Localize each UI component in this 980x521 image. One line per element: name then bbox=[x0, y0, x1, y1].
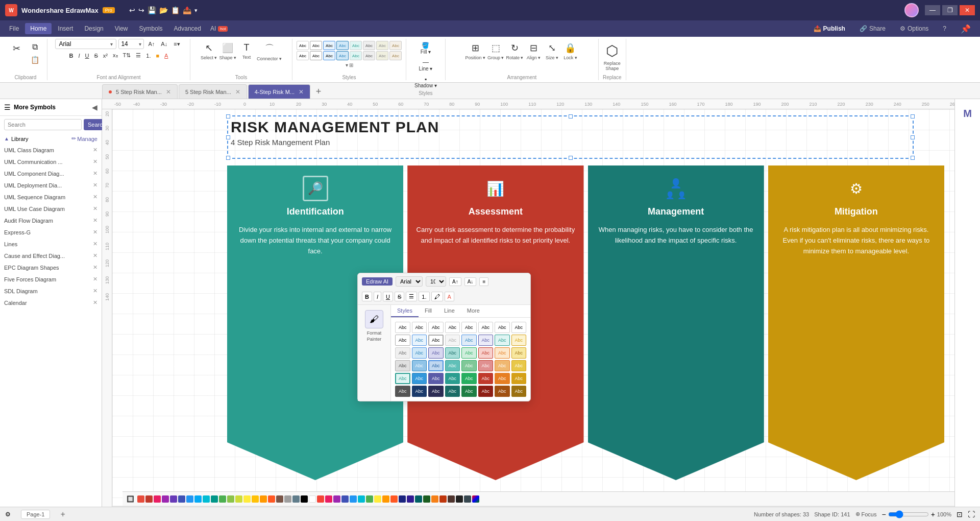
sp-size-select[interactable]: 10 bbox=[426, 276, 446, 287]
copy-button[interactable]: ⧉ bbox=[27, 41, 43, 53]
tab-3[interactable]: 4-Step Risk M... ✕ bbox=[248, 84, 310, 99]
sidebar-item-uml-comp[interactable]: UML Component Diag... ✕ bbox=[0, 168, 102, 179]
help-button[interactable]: ? bbox=[938, 23, 951, 34]
text-button[interactable]: T bbox=[238, 41, 255, 55]
sp-tab-fill[interactable]: Fill bbox=[419, 305, 438, 317]
sg-4-2[interactable]: Abc bbox=[412, 360, 427, 371]
sg-6-6[interactable]: Abc bbox=[478, 386, 494, 397]
sg-4-3[interactable]: Abc bbox=[428, 360, 444, 371]
style-cell-13[interactable]: Abc bbox=[350, 51, 362, 60]
sg-1-8[interactable]: Abc bbox=[511, 322, 527, 333]
tab-1-close[interactable]: ✕ bbox=[166, 88, 171, 96]
replace-shape-button[interactable]: ⬡ bbox=[603, 41, 621, 61]
sg-5-3[interactable]: Abc bbox=[428, 373, 444, 384]
italic-button[interactable]: I bbox=[77, 52, 82, 60]
shape-button[interactable]: ⬜ bbox=[219, 41, 236, 55]
line-button[interactable]: —Line ▾ bbox=[410, 58, 441, 73]
sg-4-6[interactable]: Abc bbox=[478, 360, 494, 371]
color-dark1[interactable] bbox=[399, 495, 406, 503]
style-cell-15[interactable]: Abc bbox=[376, 51, 388, 60]
sidebar-item-uml-seq[interactable]: UML Sequence Diagram ✕ bbox=[0, 191, 102, 203]
style-cell-2[interactable]: Abc bbox=[310, 41, 322, 50]
close-uml-class[interactable]: ✕ bbox=[93, 147, 97, 153]
sp-tab-more[interactable]: More bbox=[461, 305, 486, 317]
close-uml-seq[interactable]: ✕ bbox=[93, 194, 97, 200]
sg-3-7[interactable]: Abc bbox=[495, 347, 510, 359]
decrease-font-button[interactable]: A↓ bbox=[159, 40, 169, 48]
color-pink[interactable] bbox=[154, 495, 161, 503]
more-button[interactable]: ▾ bbox=[194, 6, 198, 14]
undo-button[interactable]: ↩ bbox=[129, 6, 135, 14]
sp-list-btn[interactable]: 1. bbox=[419, 292, 429, 301]
sidebar-item-calendar[interactable]: Calendar ✕ bbox=[0, 297, 102, 309]
color-amber[interactable] bbox=[252, 495, 259, 503]
color-orange2[interactable] bbox=[382, 495, 389, 503]
color-purple2[interactable] bbox=[333, 495, 340, 503]
sg-3-3[interactable]: Abc bbox=[428, 347, 444, 359]
style-cell-9[interactable]: Abc bbox=[297, 51, 309, 60]
color-dorange2[interactable] bbox=[390, 495, 398, 503]
sg-1-6[interactable]: Abc bbox=[478, 322, 494, 333]
publish-button[interactable]: 📤 Publish bbox=[808, 23, 850, 34]
color-green[interactable] bbox=[219, 495, 226, 503]
close-sdl[interactable]: ✕ bbox=[93, 288, 97, 294]
sg-4-1[interactable]: Abc bbox=[395, 360, 410, 371]
color-red1[interactable] bbox=[137, 495, 144, 503]
close-uml-usecase[interactable]: ✕ bbox=[93, 205, 97, 212]
sg-4-8[interactable]: Abc bbox=[511, 360, 527, 371]
paste-button[interactable]: 📋 bbox=[27, 54, 43, 65]
fill-tool-icon[interactable]: 🔲 bbox=[127, 495, 134, 503]
style-cell-14[interactable]: Abc bbox=[363, 51, 375, 60]
close-five-forces[interactable]: ✕ bbox=[93, 276, 97, 282]
sidebar-collapse-button[interactable]: ◀ bbox=[92, 103, 97, 111]
format-painter-button[interactable]: 🖌 bbox=[365, 310, 383, 328]
sidebar-item-uml-comm[interactable]: UML Communication ... ✕ bbox=[0, 156, 102, 168]
menu-insert[interactable]: Insert bbox=[53, 23, 78, 34]
sg-1-3[interactable]: Abc bbox=[428, 322, 444, 333]
text-direction-button[interactable]: T⇅ bbox=[121, 51, 133, 60]
color-more[interactable] bbox=[472, 495, 479, 503]
style-cell-6[interactable]: Abc bbox=[363, 41, 375, 50]
position-button[interactable]: ⊞ bbox=[467, 41, 483, 55]
sidebar-item-sdl[interactable]: SDL Diagram ✕ bbox=[0, 285, 102, 297]
mitigation-card[interactable]: ⚙ Mitigation A risk mitigation plan is a… bbox=[768, 165, 944, 480]
sg-1-2[interactable]: Abc bbox=[412, 322, 427, 333]
color-blue[interactable] bbox=[186, 495, 193, 503]
styles-dropdown-button[interactable]: ▾ bbox=[346, 62, 348, 68]
sp-tab-line[interactable]: Line bbox=[438, 305, 461, 317]
bold-button[interactable]: B bbox=[67, 52, 76, 60]
shadow-button[interactable]: ▪Shadow ▾ bbox=[410, 75, 441, 89]
sp-increase-btn[interactable]: A↑ bbox=[449, 277, 461, 286]
style-cell-4[interactable]: Abc bbox=[336, 41, 349, 50]
menu-home[interactable]: Home bbox=[25, 23, 52, 34]
pin-button[interactable]: 📌 bbox=[955, 22, 976, 36]
sg-2-3[interactable]: Abc bbox=[428, 335, 444, 346]
options-button[interactable]: ⚙ Options bbox=[895, 23, 934, 34]
cut-button[interactable]: ✂ bbox=[8, 41, 24, 56]
sg-6-5[interactable]: Abc bbox=[461, 386, 477, 397]
font-color-button[interactable]: A bbox=[162, 52, 170, 60]
fill-button[interactable]: 🪣Fill ▾ bbox=[410, 41, 441, 56]
share-button[interactable]: 🔗 Share bbox=[854, 23, 891, 34]
sg-6-8[interactable]: Abc bbox=[511, 386, 527, 397]
style-cell-12[interactable]: Abc bbox=[336, 51, 349, 60]
style-cell-1[interactable]: Abc bbox=[297, 41, 309, 50]
sg-5-2[interactable]: Abc bbox=[412, 373, 427, 384]
underline-button[interactable]: U bbox=[83, 52, 91, 60]
color-orange[interactable] bbox=[260, 495, 267, 503]
color-yellow[interactable] bbox=[243, 495, 251, 503]
sp-underline-btn[interactable]: U bbox=[383, 292, 393, 301]
color-gray[interactable] bbox=[284, 495, 291, 503]
page-settings-button[interactable]: ⚙ bbox=[5, 511, 11, 518]
sp-tab-styles[interactable]: Styles bbox=[391, 305, 419, 317]
sidebar-item-express[interactable]: Express-G ✕ bbox=[0, 226, 102, 238]
style-cell-10[interactable]: Abc bbox=[310, 51, 322, 60]
size-button[interactable]: ⤡ bbox=[544, 41, 560, 55]
sg-2-8[interactable]: Abc bbox=[511, 335, 527, 346]
focus-button[interactable]: ⊕ Focus bbox=[855, 511, 877, 517]
color-dark3[interactable] bbox=[415, 495, 422, 503]
color-brown[interactable] bbox=[276, 495, 283, 503]
color-purple[interactable] bbox=[162, 495, 169, 503]
sidebar-item-uml-usecase[interactable]: UML Use Case Diagram ✕ bbox=[0, 203, 102, 215]
color-dark6[interactable] bbox=[439, 495, 447, 503]
